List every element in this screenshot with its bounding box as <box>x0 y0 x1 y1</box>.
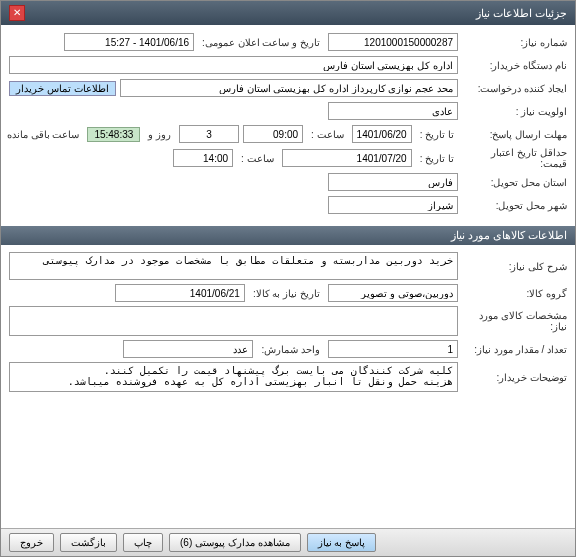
label-unit: واحد شمارش: <box>257 344 324 355</box>
validity-date-field[interactable] <box>282 149 412 167</box>
respond-button[interactable]: پاسخ به نیاز <box>307 533 377 552</box>
validity-time-field[interactable] <box>173 149 233 167</box>
label-desc: شرح کلی نیاز: <box>462 261 567 272</box>
unit-field[interactable] <box>123 340 253 358</box>
label-time-1: ساعت : <box>307 129 348 140</box>
label-city: شهر محل تحویل: <box>462 200 567 211</box>
label-buyer-notes: توضیحات خریدار: <box>462 372 567 383</box>
label-remain-time: ساعت باقی مانده <box>3 129 84 140</box>
spec-field[interactable] <box>9 306 458 336</box>
announce-dt-field[interactable] <box>64 33 194 51</box>
label-need-date: تاریخ نیاز به کالا: <box>249 288 324 299</box>
label-buyer-org: نام دستگاه خریدار: <box>462 60 567 71</box>
label-min-validity: حداقل تاریخ اعتبار قیمت: <box>462 147 567 169</box>
buyer-org-field[interactable] <box>9 56 458 74</box>
main-window: جزئیات اطلاعات نیاز ✕ شماره نیاز: تاریخ … <box>0 0 576 557</box>
deadline-date-field[interactable] <box>352 125 412 143</box>
label-time-2: ساعت : <box>237 153 278 164</box>
label-to-date-2: تا تاریخ : <box>416 153 458 164</box>
items-section-header: اطلاعات کالاهای مورد نیاز <box>1 226 575 245</box>
qty-field[interactable] <box>328 340 458 358</box>
label-province: استان محل تحویل: <box>462 177 567 188</box>
requester-field[interactable] <box>120 79 458 97</box>
label-to-date: تا تاریخ : <box>416 129 458 140</box>
city-field[interactable] <box>328 196 458 214</box>
label-deadline: مهلت ارسال پاسخ: <box>462 129 567 140</box>
title-bar: جزئیات اطلاعات نیاز ✕ <box>1 1 575 25</box>
label-qty: تعداد / مقدار مورد نیاز: <box>462 344 567 355</box>
remain-days-field <box>179 125 239 143</box>
exit-button[interactable]: خروج <box>9 533 54 552</box>
back-button[interactable]: بازگشت <box>60 533 117 552</box>
label-remain-days: روز و <box>144 129 175 140</box>
label-priority: اولویت نیاز : <box>462 106 567 117</box>
deadline-time-field[interactable] <box>243 125 303 143</box>
close-icon[interactable]: ✕ <box>9 5 25 21</box>
province-field[interactable] <box>328 173 458 191</box>
buyer-notes-field[interactable] <box>9 362 458 392</box>
need-no-field[interactable] <box>328 33 458 51</box>
items-panel: شرح کلی نیاز: گروه کالا: تاریخ نیاز به ک… <box>1 245 575 399</box>
desc-field[interactable] <box>9 252 458 280</box>
remain-time-badge: 15:48:33 <box>87 127 140 142</box>
details-panel: شماره نیاز: تاریخ و ساعت اعلان عمومی: نا… <box>1 25 575 222</box>
need-date-field[interactable] <box>115 284 245 302</box>
label-announce-dt: تاریخ و ساعت اعلان عمومی: <box>198 37 324 48</box>
priority-field[interactable] <box>328 102 458 120</box>
print-button[interactable]: چاپ <box>123 533 163 552</box>
group-field[interactable] <box>328 284 458 302</box>
label-need-no: شماره نیاز: <box>462 37 567 48</box>
contact-button[interactable]: اطلاعات تماس خریدار <box>9 81 116 96</box>
attachments-button[interactable]: مشاهده مدارک پیوستی (6) <box>169 533 301 552</box>
footer-toolbar: خروج بازگشت چاپ مشاهده مدارک پیوستی (6) … <box>1 528 575 556</box>
label-requester: ایجاد کننده درخواست: <box>462 83 567 94</box>
label-group: گروه کالا: <box>462 288 567 299</box>
window-title: جزئیات اطلاعات نیاز <box>476 7 567 20</box>
label-spec: مشخصات کالای مورد نیاز: <box>462 310 567 332</box>
